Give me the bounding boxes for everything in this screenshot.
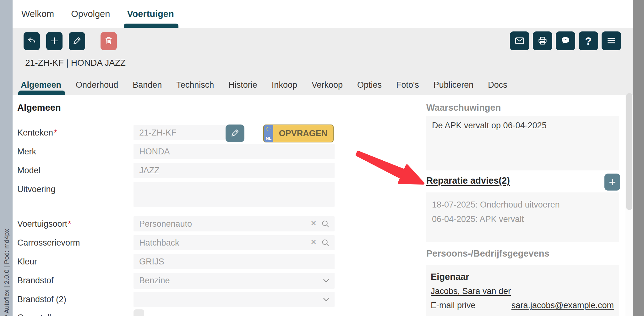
voertuigsoort-field[interactable]: Personenauto × — [134, 216, 335, 231]
required-marker: * — [68, 219, 71, 229]
subtab-publiceren[interactable]: Publiceren — [434, 75, 474, 95]
label-geen-teller: Geen teller — [17, 313, 127, 316]
pencil-icon — [72, 36, 82, 47]
label-brandstof-2: Brandstof (2) — [17, 295, 127, 304]
label-model: Model — [17, 166, 127, 175]
vehicle-title: 21-ZH-KF | HONDA JAZZ — [25, 58, 126, 68]
repair-advice-box: 18-07-2025: Onderhoud uitvoeren 06-04-20… — [426, 192, 619, 242]
plus-icon — [50, 36, 59, 47]
brandstof-select[interactable]: Benzine — [134, 273, 335, 289]
menu-button[interactable] — [602, 31, 621, 50]
help-button[interactable]: ? — [579, 31, 598, 50]
clear-icon[interactable]: × — [311, 218, 316, 229]
back-icon — [27, 36, 36, 47]
back-button[interactable] — [24, 32, 40, 50]
email-button[interactable] — [510, 31, 529, 50]
delete-button[interactable] — [101, 32, 117, 50]
eu-stars-icon — [266, 127, 271, 131]
opvragen-button[interactable]: NL OPVRAGEN — [263, 125, 334, 142]
top-tab-bar: Welkom Opvolgen Voertuigen — [13, 0, 633, 28]
warnings-box: De APK vervalt op 06-04-2025 — [426, 116, 619, 170]
subtab-fotos[interactable]: Foto's — [396, 75, 419, 95]
opvragen-label: OPVRAGEN — [273, 125, 333, 142]
kenteken-edit-button[interactable] — [226, 125, 244, 142]
label-voertuigsoort: Voertuigsoort* — [17, 219, 127, 229]
repair-advice-item: 06-04-2025: APK vervalt — [432, 212, 613, 226]
clear-icon[interactable]: × — [311, 236, 316, 248]
envelope-icon — [514, 35, 525, 47]
search-icon[interactable] — [321, 238, 330, 249]
chevron-down-icon[interactable] — [321, 276, 331, 286]
owner-box: Eigenaar Jacobs, Sara van der E-mail pri… — [426, 265, 619, 316]
owner-role-label: Eigenaar — [431, 272, 614, 282]
repair-advice-link[interactable]: Reparatie advies(2) — [426, 175, 510, 186]
label-brandstof: Brandstof — [17, 276, 127, 286]
print-button[interactable] — [533, 31, 552, 50]
subtab-technisch[interactable]: Technisch — [176, 75, 214, 95]
version-label: y Autoflex | 2.0.0 | Pod: md4px — [3, 170, 10, 316]
trash-icon — [104, 36, 113, 47]
subtab-opties[interactable]: Opties — [357, 75, 382, 95]
right-rail — [633, 0, 644, 316]
repair-advice-item: 18-07-2025: Onderhoud uitvoeren — [432, 197, 613, 212]
subtab-verkoop[interactable]: Verkoop — [312, 75, 343, 95]
chat-button[interactable] — [556, 31, 575, 50]
owner-name-link[interactable]: Jacobs, Sara van der — [431, 286, 511, 296]
question-mark-icon: ? — [585, 35, 592, 47]
label-kleur: Kleur — [17, 257, 127, 267]
merk-field[interactable]: HONDA — [134, 144, 335, 159]
search-icon[interactable] — [321, 219, 330, 230]
add-button[interactable] — [46, 32, 63, 50]
kenteken-field[interactable]: 21-ZH-KF — [134, 125, 227, 140]
uitvoering-field[interactable] — [134, 182, 335, 207]
person-company-heading: Persoons-/Bedrijfsgegevens — [426, 248, 549, 259]
subtab-algemeen[interactable]: Algemeen — [21, 75, 61, 95]
plus-icon: + — [609, 175, 616, 189]
tab-voertuigen[interactable]: Voertuigen — [127, 0, 174, 28]
nl-plate-strip: NL — [264, 125, 273, 142]
label-merk: Merk — [17, 147, 127, 157]
carrosserievorm-field[interactable]: Hatchback × — [134, 235, 335, 250]
section-heading: Algemeen — [17, 103, 61, 113]
left-rail: y Autoflex | 2.0.0 | Pod: md4px — [0, 0, 13, 316]
annotation-arrow — [342, 138, 430, 192]
kleur-field[interactable]: GRIJS — [134, 254, 335, 269]
hamburger-icon — [606, 35, 617, 47]
brandstof-2-select[interactable] — [134, 292, 335, 307]
warnings-heading: Waarschuwingen — [426, 103, 501, 113]
subtab-historie[interactable]: Historie — [228, 75, 257, 95]
subtab-inkoop[interactable]: Inkoop — [272, 75, 297, 95]
subtab-bar: Algemeen Onderhoud Banden Technisch Hist… — [21, 75, 507, 95]
tab-welkom[interactable]: Welkom — [21, 0, 54, 28]
tab-opvolgen[interactable]: Opvolgen — [71, 0, 110, 28]
chat-icon — [560, 35, 571, 47]
chevron-down-icon[interactable] — [321, 295, 331, 305]
pencil-icon — [230, 128, 240, 139]
subtab-banden[interactable]: Banden — [133, 75, 162, 95]
required-marker: * — [54, 128, 57, 137]
email-link[interactable]: sara.jacobs@example.com — [511, 301, 614, 310]
subtab-onderhoud[interactable]: Onderhoud — [76, 75, 118, 95]
subtab-docs[interactable]: Docs — [488, 75, 507, 95]
label-uitvoering: Uitvoering — [17, 185, 127, 194]
add-repair-advice-button[interactable]: + — [604, 174, 620, 191]
printer-icon — [537, 35, 548, 47]
edit-button[interactable] — [69, 32, 85, 50]
warning-text: De APK vervalt op 06-04-2025 — [426, 116, 619, 136]
geen-teller-checkbox[interactable] — [134, 309, 144, 316]
model-field[interactable]: JAZZ — [134, 163, 335, 178]
app-window: y Autoflex | 2.0.0 | Pod: md4px Welkom O… — [0, 0, 644, 316]
label-kenteken: Kenteken* — [17, 128, 127, 138]
email-label: E-mail prive — [431, 301, 476, 310]
label-carrosserievorm: Carrosserievorm — [17, 238, 127, 248]
toolbar: ? 21-ZH-KF | HONDA JAZZ Algemeen Onderho… — [13, 28, 633, 95]
scrollbar-thumb[interactable] — [626, 93, 632, 210]
